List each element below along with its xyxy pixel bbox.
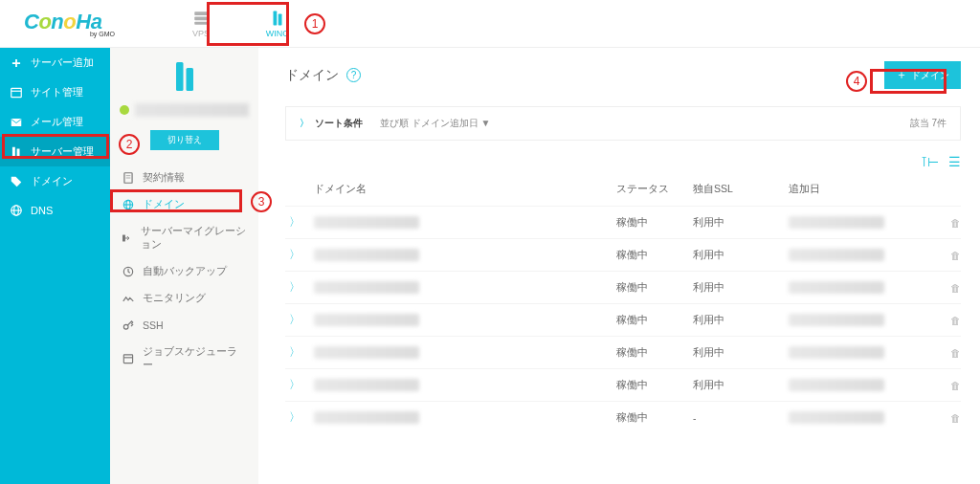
plus-icon: ＋ [896, 67, 907, 83]
key-icon [122, 319, 135, 332]
sidebar-item-label: サイト管理 [31, 85, 83, 99]
cell-ssl: 利用中 [693, 216, 789, 230]
th-domain: ドメイン名 [314, 183, 616, 196]
expand-chevron-icon[interactable]: 〉 [285, 377, 314, 393]
th-status: ステータス [616, 183, 693, 196]
svg-rect-21 [122, 235, 125, 242]
top-tab-vps[interactable]: VPS [163, 0, 239, 47]
svg-rect-7 [11, 118, 22, 125]
result-count: 該当 7件 [910, 117, 947, 130]
schedule-icon [122, 352, 135, 365]
annotation-2: 2 [119, 134, 140, 155]
sidebar-item-add-server[interactable]: サーバー追加 [0, 48, 110, 77]
sb2-item-label: モニタリング [143, 292, 206, 305]
table-row: 〉稼働中利用中🗑 [285, 238, 961, 271]
wing-icon [269, 10, 286, 27]
globe-icon [122, 198, 135, 211]
expand-chevron-icon[interactable]: 〉 [285, 279, 314, 296]
sidebar-item-label: サーバー管理 [31, 144, 94, 159]
date-redacted [789, 411, 884, 424]
domain-redacted [314, 249, 419, 261]
sb2-item-scheduler[interactable]: ジョブスケジューラー [110, 339, 258, 379]
svg-point-23 [123, 324, 128, 329]
server-big-icon [110, 59, 258, 98]
domain-redacted [314, 411, 419, 424]
svg-rect-3 [274, 11, 278, 25]
server-icon [192, 10, 210, 27]
expand-chevron-icon[interactable]: 〉 [285, 312, 314, 328]
th-date: 追加日 [789, 183, 932, 196]
trash-icon[interactable]: 🗑 [950, 250, 961, 261]
mail-icon [10, 116, 23, 129]
view-tree-icon[interactable]: ⊺⊢ [921, 154, 939, 169]
expand-chevron-icon[interactable]: 〉 [285, 214, 314, 231]
trash-icon[interactable]: 🗑 [950, 412, 961, 424]
date-redacted [789, 249, 884, 261]
table-row: 〉稼働中利用中🗑 [285, 303, 961, 336]
globe-icon [10, 204, 23, 217]
cell-status: 稼働中 [616, 411, 693, 425]
svg-rect-24 [123, 355, 132, 363]
cell-status: 稼働中 [616, 379, 693, 392]
sb2-item-migration[interactable]: サーバーマイグレーション [110, 218, 258, 258]
sidebar-item-domain[interactable]: ドメイン [0, 166, 110, 196]
th-ssl: 独自SSL [693, 183, 789, 196]
sidebar-secondary: 切り替え 契約情報 ドメイン サーバーマイグレーション 自動バックアップ モニタ… [110, 48, 258, 484]
table-head: ドメイン名 ステータス 独自SSL 追加日 [285, 177, 961, 206]
trash-icon[interactable]: 🗑 [950, 380, 961, 391]
table-row: 〉稼働中-🗑 [285, 401, 961, 433]
trash-icon[interactable]: 🗑 [950, 282, 961, 294]
view-list-icon[interactable]: ☰ [948, 154, 961, 169]
top-tab-label: VPS [192, 29, 210, 38]
trash-icon[interactable]: 🗑 [950, 217, 961, 229]
annotation-4: 4 [846, 71, 867, 92]
expand-chevron-icon[interactable]: 〉 [285, 409, 314, 426]
server-icon [10, 145, 23, 159]
chevron-right-icon: 〉 [300, 117, 309, 130]
expand-chevron-icon[interactable]: 〉 [285, 344, 314, 361]
layout: サーバー追加 サイト管理 メール管理 サーバー管理 ドメイン DNS [0, 48, 980, 484]
sidebar-item-mail[interactable]: メール管理 [0, 107, 110, 137]
backup-icon [122, 265, 135, 278]
help-icon[interactable]: ? [346, 68, 361, 82]
cell-ssl: - [693, 412, 789, 424]
sidebar-item-site[interactable]: サイト管理 [0, 77, 110, 107]
date-redacted [789, 216, 884, 229]
cell-status: 稼働中 [616, 281, 693, 295]
cell-status: 稼働中 [616, 249, 693, 262]
sb2-item-ssh[interactable]: SSH [110, 312, 258, 339]
sb2-item-monitoring[interactable]: モニタリング [110, 285, 258, 312]
view-toggles: ⊺⊢ ☰ [285, 154, 961, 169]
top-tab-label: WING [266, 29, 290, 38]
date-redacted [789, 346, 884, 359]
logo: ConoHa by GMO [0, 10, 115, 37]
domain-redacted [314, 216, 419, 229]
sb2-item-label: ジョブスケジューラー [143, 345, 247, 372]
domain-redacted [314, 346, 419, 359]
expand-chevron-icon[interactable]: 〉 [285, 247, 314, 263]
sort-left[interactable]: 〉 ソート条件 並び順 ドメイン追加日 ▼ [300, 117, 490, 130]
cell-status: 稼働中 [616, 314, 693, 327]
sidebar-item-server-manage[interactable]: サーバー管理 [0, 137, 110, 166]
cell-ssl: 利用中 [693, 249, 789, 262]
svg-rect-5 [11, 88, 22, 97]
domain-redacted [314, 281, 419, 294]
annotation-1: 1 [304, 13, 325, 34]
doc-icon [122, 171, 135, 185]
sidebar-item-dns[interactable]: DNS [0, 196, 110, 225]
sb2-item-contract[interactable]: 契約情報 [110, 165, 258, 191]
add-domain-label: ドメイン [911, 69, 949, 82]
sb2-item-backup[interactable]: 自動バックアップ [110, 258, 258, 285]
cell-ssl: 利用中 [693, 346, 789, 360]
sb2-item-label: ドメイン [143, 198, 185, 211]
trash-icon[interactable]: 🗑 [950, 315, 961, 326]
table-row: 〉稼働中利用中🗑 [285, 271, 961, 303]
svg-rect-0 [194, 11, 208, 15]
cell-ssl: 利用中 [693, 281, 789, 295]
add-domain-button[interactable]: ＋ ドメイン [884, 61, 961, 89]
sidebar-primary: サーバー追加 サイト管理 メール管理 サーバー管理 ドメイン DNS [0, 48, 110, 484]
switch-button[interactable]: 切り替え [150, 130, 219, 150]
trash-icon[interactable]: 🗑 [950, 347, 961, 359]
top-tabs: VPS WING [163, 0, 316, 47]
sb2-item-domain[interactable]: ドメイン [110, 191, 258, 218]
